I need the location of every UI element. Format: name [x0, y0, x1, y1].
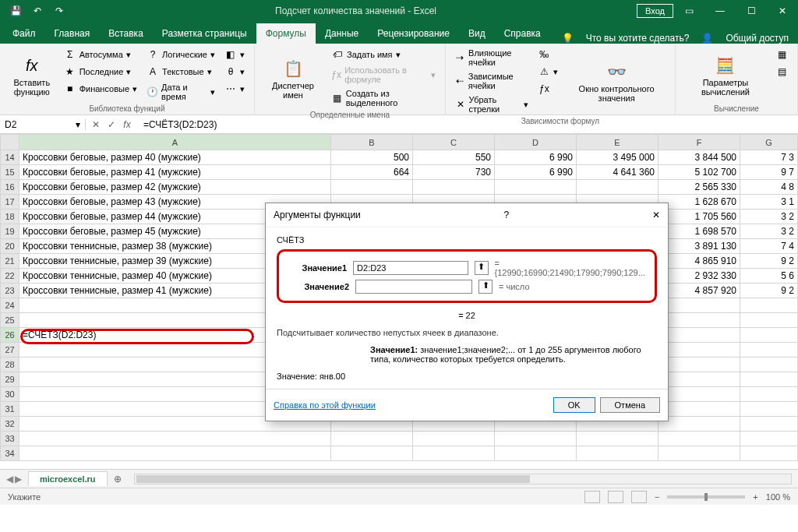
cell[interactable]: 2 932 330	[659, 269, 740, 284]
recent-button[interactable]: ★Последние ▾	[61, 64, 140, 79]
cell[interactable]	[659, 417, 740, 432]
row-header[interactable]: 17	[1, 195, 19, 210]
col-header-a[interactable]: A	[19, 135, 331, 150]
cell[interactable]	[740, 372, 798, 387]
cancel-button[interactable]: Отмена	[600, 397, 660, 413]
accept-formula-icon[interactable]: ✓	[104, 119, 118, 130]
trace-precedents-button[interactable]: ⇢Влияющие ячейки	[452, 47, 531, 69]
cell[interactable]	[740, 343, 798, 358]
row-header[interactable]: 24	[1, 298, 19, 313]
create-from-selection-button[interactable]: ▦Создать из выделенного	[328, 87, 439, 109]
arg2-input[interactable]	[355, 280, 472, 294]
redo-icon[interactable]: ↷	[50, 2, 69, 20]
error-check-button[interactable]: ⚠▾	[535, 64, 561, 79]
dialog-close-icon[interactable]: ✕	[652, 210, 660, 220]
row-header[interactable]: 27	[1, 343, 19, 358]
col-header-e[interactable]: E	[577, 135, 659, 150]
cell[interactable]: 5 102 700	[659, 165, 740, 180]
cell[interactable]	[659, 372, 740, 387]
cell[interactable]: 3 2	[740, 210, 798, 224]
cell[interactable]	[495, 180, 577, 195]
col-header-g[interactable]: G	[740, 135, 798, 150]
row-header[interactable]: 25	[1, 313, 19, 328]
row-header[interactable]: 20	[1, 239, 19, 254]
datetime-button[interactable]: 🕐Дата и время ▾	[143, 81, 218, 103]
sheet-next-icon[interactable]: ▶	[15, 474, 22, 484]
math-button[interactable]: θ▾	[221, 64, 248, 79]
cell[interactable]: 664	[331, 165, 413, 180]
tab-home[interactable]: Главная	[45, 23, 100, 44]
row-header[interactable]: 18	[1, 210, 19, 224]
cell[interactable]	[740, 358, 798, 372]
row-header[interactable]: 33	[1, 432, 19, 446]
add-sheet-icon[interactable]: ⊕	[108, 474, 128, 484]
tab-insert[interactable]: Вставка	[99, 23, 153, 44]
col-header-b[interactable]: B	[331, 135, 413, 150]
arg2-collapse-icon[interactable]: ⬆	[478, 280, 493, 294]
cell[interactable]	[740, 298, 798, 313]
cell[interactable]: 3 495 000	[577, 150, 659, 165]
arg1-input[interactable]	[353, 261, 468, 275]
sheet-prev-icon[interactable]: ◀	[6, 474, 13, 484]
cell[interactable]: Кроссовки беговые, размер 40 (мужские)	[19, 150, 331, 165]
tab-formulas[interactable]: Формулы	[256, 23, 316, 44]
cell[interactable]: 3 844 500	[659, 150, 740, 165]
cell[interactable]: 6 990	[495, 150, 577, 165]
calc-sheet-button[interactable]: ▤	[772, 64, 791, 79]
dialog-help-icon[interactable]: ?	[504, 210, 510, 220]
cell[interactable]: 730	[413, 165, 495, 180]
zoom-in-icon[interactable]: +	[753, 492, 757, 502]
cell[interactable]	[19, 432, 331, 446]
ribbon-options-icon[interactable]: ▭	[673, 2, 704, 20]
cell[interactable]	[413, 180, 495, 195]
cancel-formula-icon[interactable]: ✕	[89, 119, 103, 130]
col-header-f[interactable]: F	[659, 135, 740, 150]
text-button[interactable]: AТекстовые ▾	[143, 64, 218, 79]
remove-arrows-button[interactable]: ✕Убрать стрелки ▾	[452, 93, 531, 115]
col-header-c[interactable]: C	[413, 135, 495, 150]
col-header-d[interactable]: D	[495, 135, 577, 150]
ok-button[interactable]: OK	[553, 397, 595, 413]
cell[interactable]: 9 2	[740, 254, 798, 269]
row-header[interactable]: 26	[1, 328, 19, 343]
cell[interactable]: 7 3	[740, 150, 798, 165]
sheet-tab[interactable]: microexcel.ru	[28, 471, 108, 486]
cell[interactable]	[659, 432, 740, 446]
save-icon[interactable]: 💾	[6, 2, 25, 20]
row-header[interactable]: 34	[1, 446, 19, 461]
cell[interactable]: 550	[413, 150, 495, 165]
cell[interactable]	[577, 180, 659, 195]
calc-options-button[interactable]: 🧮 Параметры вычислений	[682, 47, 769, 103]
lookup-button[interactable]: ◧▾	[221, 47, 248, 62]
cell[interactable]	[740, 387, 798, 402]
cell[interactable]: Кроссовки беговые, размер 42 (мужские)	[19, 180, 331, 195]
financial-button[interactable]: ■Финансовые ▾	[61, 81, 140, 97]
cell[interactable]	[659, 298, 740, 313]
autosum-button[interactable]: ΣАвтосумма ▾	[61, 47, 140, 62]
row-header[interactable]: 32	[1, 417, 19, 432]
cell[interactable]: 7 4	[740, 239, 798, 254]
cell[interactable]: Кроссовки беговые, размер 41 (мужские)	[19, 165, 331, 180]
insert-function-button[interactable]: fx Вставить функцию	[6, 47, 58, 103]
undo-icon[interactable]: ↶	[28, 2, 47, 20]
maximize-icon[interactable]: ☐	[736, 2, 767, 20]
cell[interactable]	[413, 446, 495, 461]
select-all[interactable]	[1, 135, 19, 150]
tab-file[interactable]: Файл	[3, 23, 45, 44]
cell[interactable]: 4 641 360	[577, 165, 659, 180]
name-box[interactable]: D2▾	[0, 119, 86, 130]
cell[interactable]: 1 698 570	[659, 224, 740, 239]
row-header[interactable]: 22	[1, 269, 19, 284]
cell[interactable]	[577, 446, 659, 461]
tab-data[interactable]: Данные	[316, 23, 368, 44]
cell[interactable]: 9 2	[740, 284, 798, 298]
normal-view-icon[interactable]	[584, 491, 600, 503]
more-button[interactable]: ⋯▾	[221, 81, 248, 97]
row-header[interactable]: 31	[1, 402, 19, 417]
cell[interactable]	[740, 417, 798, 432]
chevron-down-icon[interactable]: ▾	[76, 119, 80, 130]
row-header[interactable]: 19	[1, 224, 19, 239]
cell[interactable]: 6 990	[495, 165, 577, 180]
cell[interactable]	[659, 313, 740, 328]
name-manager-button[interactable]: 📋 Диспетчер имен	[261, 47, 325, 109]
